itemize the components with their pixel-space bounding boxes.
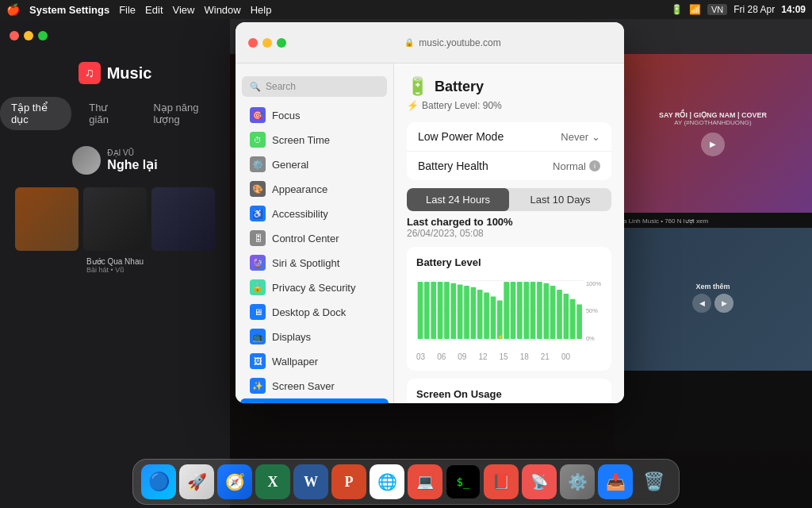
youtube-video-1[interactable]: SAY RỒI | GIỌNG NAM | COVER AY (#NGOTHAN… xyxy=(614,54,812,213)
music-card-1[interactable] xyxy=(15,187,79,251)
dock-item-finder[interactable]: 🔵 xyxy=(141,464,176,499)
menubar-window[interactable]: Window xyxy=(204,4,240,16)
menubar-lang[interactable]: VN xyxy=(707,4,727,15)
settings-minimize-button[interactable] xyxy=(262,38,272,48)
sidebar-item-battery[interactable]: 🔋 Battery xyxy=(240,398,389,403)
info-icon: i xyxy=(589,160,600,171)
dock-item-safari[interactable]: 🧭 xyxy=(217,464,252,499)
menubar-edit[interactable]: Edit xyxy=(145,4,163,16)
svg-rect-13 xyxy=(484,292,489,339)
low-power-value: Never ⌄ xyxy=(561,131,600,143)
svg-rect-15 xyxy=(497,300,503,338)
control-center-icon: 🎛 xyxy=(250,230,266,246)
svg-rect-26 xyxy=(570,299,576,339)
last-10-days-button[interactable]: Last 10 Days xyxy=(509,188,611,211)
sidebar-item-focus[interactable]: 🎯 Focus xyxy=(240,103,389,127)
sidebar-item-accessibility[interactable]: ♿ Accessibility xyxy=(240,202,389,225)
svg-rect-27 xyxy=(576,304,582,338)
sidebar-item-control-center[interactable]: 🎛 Control Center xyxy=(240,226,389,250)
music-user-row: ĐẠI VŨ Nghe lại xyxy=(66,140,163,181)
music-close-button[interactable] xyxy=(10,31,19,40)
menubar-help[interactable]: Help xyxy=(251,4,272,16)
settings-body: 🔍 Search 🎯 Focus ⏱ Screen Time ⚙️ Genera… xyxy=(236,64,624,403)
settings-maximize-button[interactable] xyxy=(277,38,286,48)
svg-rect-25 xyxy=(564,294,569,339)
dock-item-terminal[interactable]: $_ xyxy=(446,464,481,499)
battery-health-row[interactable]: Battery Health Normal i xyxy=(407,152,611,180)
music-cards xyxy=(12,187,218,251)
svg-rect-9 xyxy=(458,284,463,339)
menubar-time: 14:09 xyxy=(781,4,806,15)
svg-rect-5 xyxy=(431,282,436,339)
low-power-mode-row[interactable]: Low Power Mode Never ⌄ xyxy=(407,122,611,152)
battery-header: 🔋 Battery xyxy=(407,76,611,97)
sidebar-item-privacy[interactable]: 🔒 Privacy & Security xyxy=(240,275,389,299)
battery-level-chart-section: Battery Level xyxy=(407,247,611,371)
battery-icon: 🔋 xyxy=(250,402,266,403)
svg-rect-12 xyxy=(477,290,483,339)
dock-item-downloads[interactable]: 📥 xyxy=(598,464,633,499)
focus-icon: 🎯 xyxy=(250,107,266,123)
youtube-video-2[interactable]: Xem thêm ◀ ▶ xyxy=(614,228,812,371)
music-card-title-1: Bước Qua Nhau Bài hát • Vũ xyxy=(77,254,153,277)
svg-rect-23 xyxy=(550,286,556,339)
menubar-view[interactable]: View xyxy=(173,4,195,16)
last-24h-button[interactable]: Last 24 Hours xyxy=(407,188,509,211)
dock-item-trash[interactable]: 🗑️ xyxy=(636,464,671,499)
sidebar-item-siri[interactable]: 🔮 Siri & Spotlight xyxy=(240,251,389,275)
battery-level-chart: ⚡ 100% 50% 0% 0306091215182100 xyxy=(416,275,602,361)
avatar xyxy=(72,146,101,175)
dock-item-excel[interactable]: X xyxy=(255,464,290,499)
settings-search-bar[interactable]: 🔍 Search xyxy=(242,76,387,97)
dock-item-word[interactable]: W xyxy=(293,464,328,499)
music-nav-btn-2[interactable]: Thư giãn xyxy=(78,97,136,130)
music-traffic-lights xyxy=(10,31,48,40)
music-card-3[interactable] xyxy=(151,187,215,251)
chevron-down-icon: ⌄ xyxy=(592,131,600,143)
sidebar-item-screen-time[interactable]: ⏱ Screen Time xyxy=(240,128,389,152)
music-maximize-button[interactable] xyxy=(38,31,48,40)
sidebar-item-displays[interactable]: 📺 Displays xyxy=(240,325,389,348)
music-sidebar: ♫ Music Tập thể dục Thư giãn Nạp năng lư… xyxy=(0,52,230,508)
music-nav-btn-3[interactable]: Nạp năng lượng xyxy=(142,97,230,130)
apple-logo-icon[interactable]: 🍎 xyxy=(6,3,20,16)
svg-rect-16 xyxy=(504,282,509,339)
sidebar-item-appearance[interactable]: 🎨 Appearance xyxy=(240,177,389,201)
svg-rect-14 xyxy=(491,296,496,338)
svg-rect-4 xyxy=(424,282,430,339)
screen-usage-chart-section: Screen On Usage xyxy=(407,379,611,403)
music-app-icon: ♫ xyxy=(79,62,101,84)
sidebar-item-screen-saver[interactable]: ✨ Screen Saver xyxy=(240,374,389,398)
appearance-icon: 🎨 xyxy=(250,181,266,197)
menubar-app-name[interactable]: System Settings xyxy=(29,4,109,16)
dock-item-pdf[interactable]: 📕 xyxy=(484,464,519,499)
music-app-title: Music xyxy=(107,64,152,83)
time-range-toggle: Last 24 Hours Last 10 Days xyxy=(407,188,611,211)
music-logo: ♫ Music xyxy=(79,62,152,84)
music-user-name: Nghe lại xyxy=(107,157,157,172)
sidebar-item-desktop[interactable]: 🖥 Desktop & Dock xyxy=(240,300,389,324)
music-nav-btn-1[interactable]: Tập thể dục xyxy=(0,97,71,130)
dock-item-system-prefs[interactable]: ⚙️ xyxy=(560,464,595,499)
dock-item-chrome[interactable]: 🌐 xyxy=(370,464,404,499)
search-icon: 🔍 xyxy=(250,82,261,92)
svg-rect-22 xyxy=(543,283,549,339)
settings-close-button[interactable] xyxy=(248,38,258,48)
dock-item-rdp[interactable]: 💻 xyxy=(408,464,442,499)
sidebar-item-general[interactable]: ⚙️ General xyxy=(240,152,389,176)
sidebar-item-wallpaper[interactable]: 🖼 Wallpaper xyxy=(240,349,389,373)
music-minimize-button[interactable] xyxy=(24,31,33,40)
menubar-left: 🍎 System Settings File Edit View Window … xyxy=(6,3,271,16)
charged-info: Last charged to 100% xyxy=(407,216,611,228)
svg-rect-24 xyxy=(557,290,562,339)
music-nav-buttons: Tập thể dục Thư giãn Nạp năng lượng xyxy=(0,97,230,130)
dock-item-anydesk[interactable]: 📡 xyxy=(522,464,557,499)
svg-rect-6 xyxy=(438,282,443,339)
settings-main: 🔋 Battery ⚡ Battery Level: 90% Low Power… xyxy=(394,64,624,403)
dock-item-launchpad[interactable]: 🚀 xyxy=(179,464,214,499)
privacy-icon: 🔒 xyxy=(250,279,266,295)
dock-item-powerpoint[interactable]: P xyxy=(331,464,366,499)
wallpaper-icon: 🖼 xyxy=(250,353,266,369)
music-card-2[interactable] xyxy=(83,187,147,251)
menubar-file[interactable]: File xyxy=(119,4,136,16)
